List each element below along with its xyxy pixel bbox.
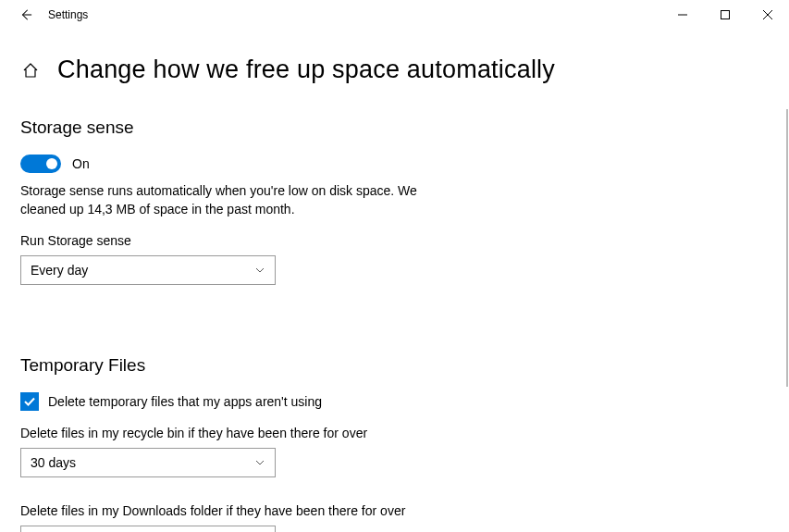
run-storage-sense-label: Run Storage sense: [20, 233, 518, 248]
storage-sense-toggle-row: On: [20, 155, 518, 173]
run-storage-sense-value: Every day: [31, 263, 88, 278]
home-button[interactable]: [20, 60, 41, 80]
scrollbar[interactable]: [786, 109, 788, 387]
titlebar: Settings: [0, 0, 789, 30]
page-title: Change how we free up space automaticall…: [57, 56, 555, 84]
downloads-label: Delete files in my Downloads folder if t…: [20, 503, 518, 518]
delete-temp-files-label: Delete temporary files that my apps aren…: [48, 394, 322, 409]
window-controls: [661, 0, 789, 30]
downloads-dropdown[interactable]: Never: [20, 526, 276, 532]
checkmark-icon: [23, 395, 36, 408]
delete-temp-files-checkbox[interactable]: [20, 392, 39, 411]
run-storage-sense-dropdown[interactable]: Every day: [20, 255, 276, 285]
storage-sense-description: Storage sense runs automatically when yo…: [20, 182, 427, 218]
downloads-field: Delete files in my Downloads folder if t…: [20, 503, 518, 532]
back-button[interactable]: [7, 0, 44, 30]
storage-sense-heading: Storage sense: [20, 118, 518, 138]
close-icon: [763, 10, 772, 19]
svg-rect-0: [721, 11, 730, 19]
minimize-button[interactable]: [661, 0, 704, 30]
window-title: Settings: [48, 8, 88, 21]
recycle-bin-dropdown[interactable]: 30 days: [20, 448, 276, 477]
content-area: Storage sense On Storage sense runs auto…: [0, 84, 518, 532]
home-icon: [21, 61, 40, 80]
arrow-left-icon: [19, 8, 32, 21]
temporary-files-heading: Temporary Files: [20, 355, 518, 376]
run-storage-sense-field: Run Storage sense Every day: [20, 233, 518, 285]
recycle-bin-field: Delete files in my recycle bin if they h…: [20, 426, 518, 477]
chevron-down-icon: [254, 265, 265, 276]
storage-sense-toggle[interactable]: [20, 155, 61, 173]
close-button[interactable]: [746, 0, 789, 30]
maximize-button[interactable]: [704, 0, 746, 30]
recycle-bin-value: 30 days: [31, 455, 76, 470]
chevron-down-icon: [254, 457, 265, 468]
minimize-icon: [678, 10, 687, 19]
page-header: Change how we free up space automaticall…: [0, 30, 789, 84]
maximize-icon: [721, 10, 730, 19]
delete-temp-files-row: Delete temporary files that my apps aren…: [20, 392, 518, 411]
storage-sense-toggle-label: On: [72, 156, 90, 171]
recycle-bin-label: Delete files in my recycle bin if they h…: [20, 426, 518, 440]
toggle-knob: [46, 158, 57, 169]
